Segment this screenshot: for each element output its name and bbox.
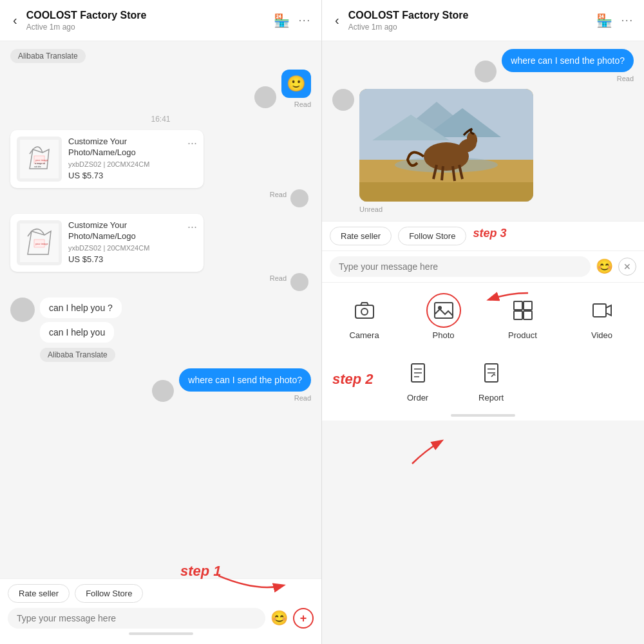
rate-seller-button-left[interactable]: Rate seller xyxy=(8,584,70,603)
bot-message-group: can I help you ? can I help you Alibaba … xyxy=(10,298,311,362)
emoji-read-label: Read xyxy=(294,100,311,108)
product-more-2[interactable]: ··· xyxy=(187,220,197,265)
product-info-1: Customize Your Photo/Name/Logo yxbDZS02 … xyxy=(68,137,181,182)
left-message-input[interactable] xyxy=(8,608,265,629)
camera-button[interactable]: Camera xyxy=(325,288,404,345)
photo-icon-wrap xyxy=(426,293,461,328)
right-store-title: COOLOST Factory Store xyxy=(348,10,590,21)
video-label: Video xyxy=(591,330,612,340)
product-price-1: US $5.73 xyxy=(68,171,181,180)
left-back-button[interactable]: ‹ xyxy=(10,10,20,30)
bot-avatar xyxy=(10,298,35,322)
svg-text:your image: your image xyxy=(35,158,49,162)
right-header-icons: 🏪 ··· xyxy=(596,13,634,28)
right-action-buttons: Rate seller Follow Store step 3 xyxy=(322,222,644,251)
left-footer: Rate seller Follow Store 😊 + xyxy=(0,578,321,644)
horse-image xyxy=(359,89,533,202)
right-chat-body: where can I send the photo? Read xyxy=(322,41,644,221)
svg-rect-27 xyxy=(435,303,453,318)
left-header-icons: 🏪 ··· xyxy=(274,13,311,28)
svg-point-26 xyxy=(361,308,368,315)
step1-label: step 1 xyxy=(180,563,222,579)
step3-label: step 3 xyxy=(473,227,506,245)
report-button[interactable]: Report xyxy=(462,350,520,408)
emoji-bubble: 🙂 xyxy=(281,70,311,98)
user-avatar-1 xyxy=(254,86,276,108)
left-header-info: COOLOST Factory Store Active 1m ago xyxy=(26,10,267,32)
user-message-row: where can I send the photo? Read xyxy=(10,368,311,402)
translate-badge-1: Alibaba Translate xyxy=(10,49,86,63)
bot-avatar-right xyxy=(332,89,354,111)
step2-container: step 2 xyxy=(332,371,374,388)
product-card-1[interactable]: your image is image nxt noit xfre Custom… xyxy=(10,130,204,188)
product-more-1[interactable]: ··· xyxy=(187,137,197,182)
photo-label: Photo xyxy=(433,330,455,340)
bot-msg-2: can I help you xyxy=(40,322,114,343)
product-name-1: Customize Your Photo/Name/Logo xyxy=(68,137,181,158)
order-button[interactable]: Order xyxy=(389,350,447,408)
product-card-2[interactable]: your image Customize Your Photo/Name/Log… xyxy=(10,214,204,272)
product-button[interactable]: Product xyxy=(483,288,562,345)
report-icon-wrap xyxy=(474,355,509,390)
horse-msg-row: Unread xyxy=(332,89,634,213)
follow-store-button-right[interactable]: Follow Store xyxy=(398,227,466,245)
product-read-1: Read xyxy=(270,191,287,207)
left-chat-body: Alibaba Translate 🙂 Read 16:41 xyxy=(0,41,321,578)
report-label: Report xyxy=(478,393,504,402)
emoji-icon-left[interactable]: 😊 xyxy=(270,610,288,627)
svg-text:your image: your image xyxy=(35,242,49,245)
add-button-left[interactable]: + xyxy=(293,608,314,629)
bot-messages: can I help you ? can I help you Alibaba … xyxy=(40,298,122,362)
product-sku-1: yxbDZS02 | 20CMX24CM xyxy=(68,160,181,168)
right-back-button[interactable]: ‹ xyxy=(332,10,342,30)
right-footer: Rate seller Follow Store step 3 😊 ✕ Came xyxy=(322,221,644,421)
right-input-row: 😊 ✕ xyxy=(322,251,644,283)
user-read-label: Read xyxy=(294,394,311,402)
photo-button[interactable]: Photo xyxy=(404,288,483,345)
svg-rect-31 xyxy=(514,311,522,319)
translate-badge-2: Alibaba Translate xyxy=(40,348,115,362)
media-grid-row1: Camera Photo Product xyxy=(322,283,644,350)
camera-icon-wrap xyxy=(347,293,382,328)
media-grid: Camera Photo Product xyxy=(322,283,644,417)
product-img-2: your image xyxy=(17,220,62,265)
order-label: Order xyxy=(407,393,428,402)
svg-text:is image nxt: is image nxt xyxy=(35,162,45,165)
follow-store-button-left[interactable]: Follow Store xyxy=(75,584,143,603)
unread-label: Unread xyxy=(359,205,533,213)
left-input-row: 😊 + xyxy=(8,608,314,629)
left-active-status: Active 1m ago xyxy=(26,23,267,32)
right-store-icon[interactable]: 🏪 xyxy=(596,13,612,28)
right-user-avatar xyxy=(475,61,497,82)
left-more-icon[interactable]: ··· xyxy=(299,15,311,26)
product-read-2: Read xyxy=(270,274,287,291)
product-label: Product xyxy=(508,330,537,340)
product-card-2-container: your image Customize Your Photo/Name/Log… xyxy=(10,214,311,291)
right-header-info: COOLOST Factory Store Active 1m ago xyxy=(348,10,590,32)
close-icon-right[interactable]: ✕ xyxy=(618,258,636,276)
svg-rect-29 xyxy=(514,301,522,310)
horse-msg-container: Unread xyxy=(359,89,533,213)
product-icon-wrap xyxy=(506,293,540,328)
rate-seller-button-right[interactable]: Rate seller xyxy=(330,227,392,245)
right-message-input[interactable] xyxy=(330,256,591,277)
svg-rect-33 xyxy=(593,304,606,317)
right-more-icon[interactable]: ··· xyxy=(621,15,634,26)
video-button[interactable]: Video xyxy=(562,288,641,345)
left-action-buttons: Rate seller Follow Store xyxy=(8,584,314,603)
product-name-2: Customize Your Photo/Name/Logo xyxy=(68,220,181,242)
step1-annotation: step 1 xyxy=(180,563,222,580)
user-avatar-2 xyxy=(152,380,174,402)
right-header: ‹ COOLOST Factory Store Active 1m ago 🏪 … xyxy=(322,0,644,41)
bot-msg-1: can I help you ? xyxy=(40,298,122,318)
left-store-icon[interactable]: 🏪 xyxy=(274,13,290,28)
emoji-icon-right[interactable]: 😊 xyxy=(596,258,613,275)
right-read-label: Read xyxy=(617,75,634,82)
right-user-msg-row: where can I send the photo? Read xyxy=(332,49,634,82)
media-grid-row2-container: step 2 Order Report xyxy=(322,350,644,410)
svg-rect-25 xyxy=(355,305,374,318)
right-separator xyxy=(451,414,515,417)
emoji-message-row: 🙂 Read xyxy=(10,70,311,108)
camera-label: Camera xyxy=(349,330,379,340)
product-sku-2: yxbDZS02 | 20CMX24CM xyxy=(68,244,181,252)
